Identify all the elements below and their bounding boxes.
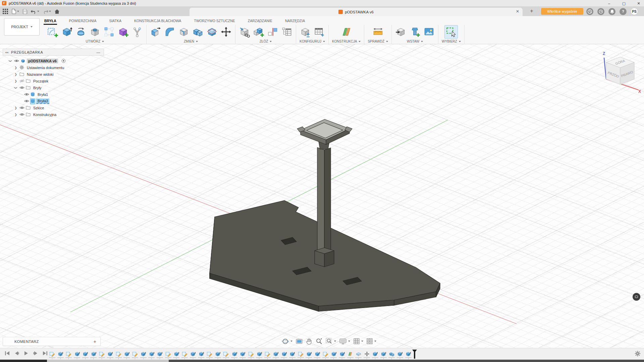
ribbon-tab-zarządzanie[interactable]: ZARZĄDZANIE: [247, 18, 273, 25]
tree-row-label[interactable]: Bryła3: [36, 99, 49, 104]
shell-button[interactable]: [178, 26, 190, 38]
ribbon-tab-konstrukcja-blachowa[interactable]: KONSTRUKCJA BLACHOWA: [133, 18, 182, 25]
zoom-icon[interactable]: [316, 338, 322, 345]
minimize-panel-icon[interactable]: —: [97, 50, 101, 54]
ribbon-tab-bryła[interactable]: BRYŁA: [44, 18, 57, 25]
extensions-icon[interactable]: [586, 8, 593, 15]
close-button[interactable]: ✕: [636, 1, 641, 6]
help-icon[interactable]: ?: [620, 8, 627, 15]
browser-header[interactable]: ◂◂ PRZEGLĄDARKA —: [3, 49, 104, 56]
file-icon[interactable]: [11, 8, 20, 15]
visibility-eye-icon[interactable]: [19, 86, 24, 90]
license-expiry-badge[interactable]: Wkrótce wygaśnie: [541, 8, 583, 15]
display-settings-icon[interactable]: [339, 339, 350, 344]
visibility-eye-icon[interactable]: [19, 113, 24, 117]
configure-button[interactable]: [300, 26, 311, 38]
tree-row-bryła3[interactable]: Bryła3: [3, 98, 104, 105]
split-button[interactable]: [206, 26, 218, 38]
look-at-icon[interactable]: [296, 339, 303, 344]
insert-image-button[interactable]: [423, 26, 435, 38]
revolve-button[interactable]: [75, 26, 87, 38]
view-cube[interactable]: Z X GÓRA PRZÓD PRAWO: [599, 49, 642, 93]
undo-icon[interactable]: [30, 8, 40, 15]
pan-icon[interactable]: [306, 338, 312, 345]
maximize-button[interactable]: ▢: [621, 1, 627, 6]
viewport-3d[interactable]: ◂◂ PRZEGLĄDARKA — ❯pODSTAWKA v6❯Ustawien…: [0, 44, 644, 362]
tree-row-label[interactable]: Szkice: [32, 106, 45, 110]
model-top-tray[interactable]: [297, 119, 352, 149]
tab-close-icon[interactable]: ✕: [516, 9, 519, 14]
tree-row-label[interactable]: pODSTAWKA v6: [27, 59, 58, 63]
tree-row-nazwane-widoki[interactable]: ❯Nazwane widoki: [3, 71, 104, 78]
visibility-eye-icon[interactable]: [24, 99, 29, 104]
feedback-bubble-icon[interactable]: [633, 293, 640, 301]
joint-button[interactable]: [253, 26, 264, 38]
expander-icon[interactable]: ❯: [13, 113, 18, 116]
collapse-panel-icon[interactable]: ◂◂: [5, 51, 8, 54]
add-comment-icon[interactable]: +: [94, 339, 96, 344]
job-status-icon[interactable]: [597, 8, 604, 15]
visibility-eye-icon[interactable]: [24, 93, 29, 97]
tree-row-label[interactable]: Początek: [32, 79, 50, 83]
expander-icon[interactable]: ❯: [13, 66, 18, 69]
document-tab[interactable]: pODSTAWKA v6 ✕: [190, 8, 523, 16]
comments-panel[interactable]: KOMENTARZ +: [3, 337, 101, 346]
viewports-icon[interactable]: [367, 338, 376, 344]
tree-row-szkice[interactable]: ❯Szkice: [3, 105, 104, 111]
new-component-button[interactable]: [239, 26, 250, 38]
construction-plane-button[interactable]: [341, 26, 352, 38]
combine-button[interactable]: [192, 26, 204, 38]
project-button[interactable]: PROJEKT: [4, 18, 40, 36]
select-tool-active[interactable]: [444, 25, 458, 39]
fillet-button[interactable]: [164, 26, 175, 38]
select-button[interactable]: [445, 26, 457, 38]
visibility-eye-off-icon[interactable]: [19, 79, 24, 83]
expander-icon[interactable]: ❯: [13, 106, 18, 110]
group-label[interactable]: WYBIERZ: [442, 39, 461, 44]
avatar[interactable]: PS: [631, 8, 638, 15]
ribbon-tab-tworzywo-sztuczne[interactable]: TWORZYWO SZTUCZNE: [193, 18, 235, 25]
config-table-button[interactable]: [314, 26, 325, 38]
measure-button[interactable]: [372, 26, 384, 38]
save-icon[interactable]: [22, 8, 28, 15]
new-tab-button[interactable]: +: [528, 8, 535, 14]
redo-icon[interactable]: [42, 8, 52, 15]
group-label[interactable]: WSTAW: [407, 39, 423, 44]
tree-row-konstrukcyjna[interactable]: ❯Konstrukcyjna: [3, 111, 104, 118]
home-icon[interactable]: [54, 8, 60, 15]
group-label[interactable]: KONFIGURUJ: [300, 39, 325, 44]
pattern-button[interactable]: [103, 26, 115, 38]
fastener-button[interactable]: [409, 26, 421, 38]
group-label[interactable]: ZMIEŃ: [184, 39, 198, 44]
expander-icon[interactable]: ❯: [13, 73, 18, 76]
press-pull-button[interactable]: [150, 26, 161, 38]
pipe-button[interactable]: [131, 26, 143, 38]
minimize-button[interactable]: –: [606, 1, 612, 5]
expander-icon[interactable]: ❯: [14, 85, 17, 90]
extrude-button[interactable]: [61, 26, 72, 38]
tree-row-label[interactable]: Nazwane widoki: [25, 72, 55, 77]
tree-row-label[interactable]: Ustawienia dokumentu: [25, 65, 65, 70]
app-grid-icon[interactable]: [2, 8, 9, 15]
visibility-eye-icon[interactable]: [14, 59, 19, 63]
group-label[interactable]: KONSTRUKCJA: [332, 39, 361, 44]
create-sketch-button[interactable]: [47, 26, 58, 38]
group-label[interactable]: ZŁÓŻ: [260, 39, 272, 44]
activate-radio-icon[interactable]: [61, 59, 66, 64]
tree-row-podstawka-v6[interactable]: ❯pODSTAWKA v6: [3, 58, 104, 64]
form-button[interactable]: [117, 26, 129, 38]
tree-row-label[interactable]: Bryły: [32, 85, 43, 90]
ribbon-tab-powierzchnia[interactable]: POWIERZCHNIA: [68, 18, 97, 25]
group-label[interactable]: SPRAWDŹ: [368, 39, 388, 44]
bom-table-button[interactable]: [281, 26, 292, 38]
visibility-eye-icon[interactable]: [19, 106, 24, 110]
tree-row-bryły[interactable]: ❯Bryły: [3, 84, 104, 91]
group-label[interactable]: UTWÓRZ: [86, 39, 104, 44]
ribbon-tab-siatka[interactable]: SIATKA: [108, 18, 122, 25]
as-built-joint-button[interactable]: [267, 26, 278, 38]
window-zoom-icon[interactable]: [326, 338, 336, 345]
tree-row-label[interactable]: Konstrukcyjna: [32, 112, 58, 117]
hole-button[interactable]: [89, 26, 101, 38]
orbit-icon[interactable]: [282, 338, 292, 345]
move-button[interactable]: [220, 26, 232, 38]
